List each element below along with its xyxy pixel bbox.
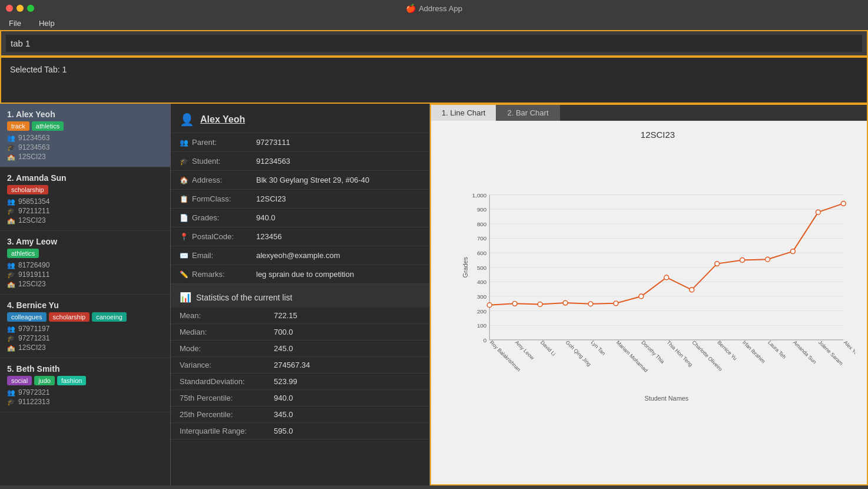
svg-point-38	[841, 201, 846, 206]
detail-value-7: leg sprain due to competition	[256, 270, 420, 279]
formclass-info: 🏫 12SCI23	[7, 153, 163, 161]
stats-value-4: 523.99	[274, 377, 297, 386]
svg-text:1,000: 1,000	[472, 192, 487, 199]
svg-text:500: 500	[477, 265, 487, 271]
parent-icon: 👥	[7, 262, 15, 269]
student-item-5[interactable]: 5. Beth Smith socialjudofashion 👥 979723…	[0, 358, 170, 412]
detail-value-0: 97273111	[256, 138, 420, 147]
detail-value-5: 123456	[256, 232, 420, 241]
detail-label-2: 🏠 Address:	[180, 176, 256, 184]
student-icon: 🎓	[7, 335, 15, 342]
svg-text:Dorothy Thia: Dorothy Thia	[640, 339, 665, 365]
stats-row-4: StandardDeviation: 523.99	[171, 374, 429, 390]
student-number: 91122313	[18, 398, 49, 406]
detail-header: 👤 Alex Yeoh	[171, 104, 429, 133]
student-item-3[interactable]: 3. Amy Leow athletics 👥 81726490 🎓 91919…	[0, 231, 170, 295]
svg-text:700: 700	[477, 235, 487, 242]
svg-point-27	[563, 300, 568, 305]
svg-text:Grades: Grades	[462, 256, 469, 277]
search-input[interactable]	[6, 35, 862, 52]
formclass-value: 12SCI23	[18, 153, 46, 161]
field-icon-0: 👥	[180, 138, 188, 147]
detail-row-4: 📄 Grades: 940.0	[171, 209, 429, 227]
stats-row-5: 75th Percentile: 940.0	[171, 390, 429, 407]
student-item-1[interactable]: 1. Alex Yeoh trackathletics 👥 91234563 🎓…	[0, 104, 170, 167]
detail-label-6: ✉️ Email:	[180, 251, 256, 260]
parent-number: 97972321	[18, 388, 49, 397]
chart-tab-1[interactable]: 2. Bar Chart	[496, 105, 559, 121]
parent-number: 91234563	[18, 134, 49, 142]
student-item-4[interactable]: 4. Bernice Yu colleaguesscholarshipcanoe…	[0, 295, 170, 358]
titlebar: 🍎 Address App	[0, 0, 868, 16]
svg-text:0: 0	[483, 337, 487, 343]
svg-text:300: 300	[477, 293, 487, 300]
stats-value-3: 274567.34	[274, 361, 310, 369]
student-info: 👥 97971197 🎓 97271231 🏫 12SCI23	[7, 325, 163, 352]
svg-text:100: 100	[477, 322, 487, 329]
search-container	[0, 30, 868, 57]
svg-text:600: 600	[477, 250, 487, 256]
formclass-info: 🏫 12SCI23	[7, 343, 163, 352]
student-info-row: 🎓 91919111	[7, 270, 163, 279]
svg-point-32	[690, 288, 694, 292]
student-tags: trackathletics	[7, 121, 163, 131]
student-info: 👥 95851354 🎓 97211211 🏫 12SCI23	[7, 197, 163, 224]
stats-label-1: Median:	[180, 328, 274, 336]
detail-value-4: 940.0	[256, 213, 420, 222]
student-icon: 🎓	[7, 271, 15, 279]
field-icon-4: 📄	[180, 214, 188, 222]
parent-icon: 👥	[7, 389, 15, 397]
tag-social: social	[7, 376, 32, 385]
parent-icon: 👥	[7, 198, 15, 206]
svg-point-30	[639, 294, 644, 299]
stats-row-7: Interquartile Range: 595.0	[171, 423, 429, 440]
tag-canoeing: canoeing	[92, 312, 127, 322]
tag-athletics: athletics	[7, 249, 39, 258]
svg-text:Jolene Saram: Jolene Saram	[817, 339, 844, 366]
stats-label-5: 75th Percentile:	[180, 394, 274, 402]
chart-panel: 1. Line Chart2. Bar Chart 12SCI23 0 100 …	[430, 104, 868, 485]
tag-colleagues: colleagues	[7, 312, 47, 322]
minimize-button[interactable]	[16, 5, 24, 12]
svg-point-29	[614, 301, 618, 306]
field-icon-2: 🏠	[180, 176, 188, 184]
detail-row-0: 👥 Parent: 97273111	[171, 133, 429, 152]
detail-row-7: ✏️ Remarks: leg sprain due to competitio…	[171, 265, 429, 284]
chart-tab-0[interactable]: 1. Line Chart	[431, 105, 496, 121]
student-number: 91234563	[18, 143, 49, 151]
student-name: 2. Amanda Sun	[7, 173, 163, 183]
detail-label-4: 📄 Grades:	[180, 213, 256, 222]
stats-row-1: Median: 700.0	[171, 324, 429, 341]
stats-value-2: 245.0	[274, 344, 293, 353]
detail-label-5: 📍 PostalCode:	[180, 232, 256, 241]
maximize-button[interactable]	[27, 5, 34, 12]
detail-person-name[interactable]: Alex Yeoh	[200, 114, 245, 125]
close-button[interactable]	[6, 5, 13, 12]
svg-text:Amanda Sun: Amanda Sun	[792, 339, 817, 365]
student-item-2[interactable]: 2. Amanda Sun scholarship 👥 95851354 🎓 9…	[0, 167, 170, 231]
chart-area: 12SCI23 0 100 200 300 400 500 600 700 80…	[431, 121, 867, 484]
student-name: 3. Amy Leow	[7, 237, 163, 246]
stats-label-0: Mean:	[180, 311, 274, 320]
detail-label-0: 👥 Parent:	[180, 138, 256, 147]
parent-number: 81726490	[18, 261, 49, 269]
menu-help[interactable]: Help	[36, 18, 58, 29]
detail-row-6: ✉️ Email: alexyeoh@example.com	[171, 246, 429, 265]
svg-text:200: 200	[477, 308, 487, 315]
formclass-icon: 🏫	[7, 153, 15, 161]
parent-info: 👥 97972321	[7, 388, 163, 397]
parent-icon: 👥	[7, 325, 15, 333]
svg-text:David Li: David Li	[539, 339, 557, 357]
stats-header: 📊 Statistics of the current list	[171, 284, 429, 308]
svg-text:800: 800	[477, 221, 487, 227]
student-list: 1. Alex Yeoh trackathletics 👥 91234563 🎓…	[0, 104, 171, 485]
menu-file[interactable]: File	[6, 18, 24, 29]
student-name: 5. Beth Smith	[7, 364, 163, 374]
student-number: 91919111	[18, 270, 49, 279]
formclass-icon: 🏫	[7, 217, 15, 224]
apple-icon: 🍎	[406, 4, 416, 13]
svg-text:Amy Leow: Amy Leow	[514, 339, 536, 361]
student-name: 4. Bernice Yu	[7, 300, 163, 310]
stats-rows: Mean: 722.15 Median: 700.0 Mode: 245.0 V…	[171, 308, 429, 440]
window-title: 🍎 Address App	[406, 4, 462, 13]
